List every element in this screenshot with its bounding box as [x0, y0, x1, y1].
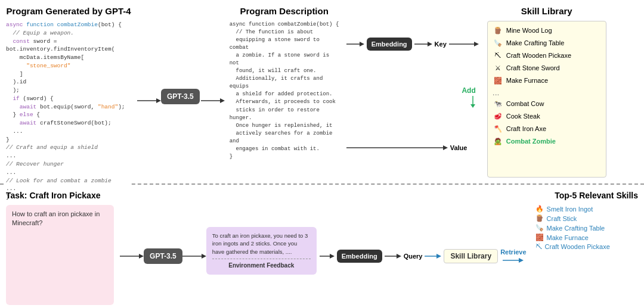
- top5-section: Top-5 Relevant Skills 🔥 Smelt Iron Ingot…: [530, 191, 644, 305]
- skill-item-crafting-table: 🪚 Make Crafting Table: [493, 38, 601, 48]
- program-description-title: Program Description: [230, 6, 339, 16]
- skill-library-section: Skill Library 🪵 Mine Wood Log 🪚 Make Cra…: [481, 6, 612, 178]
- env-text: To craft an iron pickaxe, you need to 3 …: [212, 232, 308, 255]
- task-section: Task: Craft Iron Pickaxe How to craft an…: [0, 191, 120, 305]
- skill-item-craft-iron-axe: 🪓 Craft Iron Axe: [493, 123, 601, 134]
- top5-craft-stick: 🪵 Craft Stick: [535, 214, 638, 222]
- wooden-pickaxe-icon-b: ⛏: [535, 243, 542, 250]
- bottom-flow: Embedding Query Skill Library Retrieve: [317, 207, 530, 305]
- gpt-box-bottom: GPT-3.5: [144, 248, 182, 264]
- skill-dots-1: ...: [493, 88, 601, 97]
- env-feedback-section: To craft an iron pickaxe, you need to 3 …: [206, 197, 317, 305]
- embedding-flow: Embedding Key Add Value: [344, 6, 481, 178]
- combat-zombie-icon: 🧟: [493, 136, 503, 147]
- skill-item-combat-cow: 🐄 Combat Cow: [493, 98, 601, 109]
- skill-library-title: Skill Library: [487, 6, 606, 16]
- svg-marker-23: [436, 254, 441, 259]
- task-box: How to craft an iron pickaxe in Minecraf…: [6, 205, 114, 305]
- key-label: Key: [435, 41, 447, 48]
- svg-marker-25: [519, 258, 524, 263]
- top5-furnace: 🧱 Make Furnace: [535, 234, 638, 241]
- furnace-icon: 🧱: [493, 75, 503, 86]
- embedding-box-bottom: Embedding: [337, 250, 382, 263]
- svg-marker-7: [428, 42, 432, 46]
- svg-marker-1: [156, 98, 161, 103]
- description-text: async function combatZombie(bot) { // Th…: [230, 21, 339, 178]
- skill-item-cook-steak: 🥩 Cook Steak: [493, 111, 601, 122]
- gpt-flow-column: GPT-3.5: [161, 6, 200, 178]
- stone-sword-icon: ⚔: [493, 63, 503, 73]
- skill-item-wooden-pickaxe: ⛏ Craft Wooden Pickaxe: [493, 50, 601, 61]
- crafting-table-icon-b: 🪚: [535, 224, 544, 232]
- craft-stick-icon: 🪵: [535, 214, 544, 222]
- gpt-box-top: GPT-3.5: [161, 89, 200, 104]
- query-label: Query: [404, 253, 423, 260]
- add-label: Add: [462, 86, 475, 95]
- skill-library-inner: 🪵 Mine Wood Log 🪚 Make Crafting Table ⛏ …: [487, 21, 606, 178]
- arrow-gpt-desc: [200, 6, 225, 178]
- top5-crafting-table: 🪚 Make Crafting Table: [535, 224, 638, 232]
- top5-wooden-pickaxe: ⛏ Craft Wooden Pickaxe: [535, 243, 638, 250]
- wooden-pickaxe-icon: ⛏: [493, 50, 503, 61]
- skill-item-mine-wood-log: 🪵 Mine Wood Log: [493, 25, 601, 36]
- gpt-box-bottom-wrapper: GPT-3.5: [144, 207, 182, 305]
- code-block: async function combatZombie(bot) { // Eq…: [6, 21, 131, 201]
- arrow-task-gpt: [120, 207, 144, 305]
- program-description-section: Program Description async function comba…: [225, 6, 344, 178]
- retrieve-label: Retrieve: [500, 248, 526, 256]
- skill-item-combat-zombie: 🧟 Combat Zombie: [493, 136, 601, 147]
- svg-marker-5: [360, 42, 364, 46]
- program-generated-title: Program Generated by GPT-4: [6, 6, 131, 16]
- combat-cow-icon: 🐄: [493, 98, 503, 109]
- svg-marker-3: [220, 98, 225, 103]
- mine-wood-log-icon: 🪵: [493, 25, 503, 36]
- embedding-box-top: Embedding: [367, 38, 412, 51]
- skill-item-furnace: 🧱 Make Furnace: [493, 75, 601, 86]
- skill-item-stone-sword: ⚔ Craft Stone Sword: [493, 63, 601, 73]
- value-label: Value: [450, 144, 467, 151]
- task-title: Task: Craft Iron Pickaxe: [6, 191, 114, 200]
- svg-marker-9: [474, 42, 479, 46]
- skill-library-label-bottom: Skill Library: [444, 249, 498, 263]
- program-generated-section: Program Generated by GPT-4 async functio…: [0, 6, 137, 178]
- env-feedback-label: Environment Feedback: [212, 259, 311, 270]
- svg-marker-15: [139, 254, 144, 259]
- svg-marker-11: [470, 104, 475, 108]
- top5-title: Top-5 Relevant Skills: [535, 191, 638, 200]
- arrow-gpt-env: [182, 207, 206, 305]
- furnace-icon-b: 🧱: [535, 234, 544, 241]
- smelt-iron-icon: 🔥: [535, 205, 544, 213]
- env-feedback-box: To craft an iron pickaxe, you need to 3 …: [206, 227, 317, 275]
- svg-marker-21: [397, 254, 401, 259]
- craft-iron-axe-icon: 🪓: [493, 123, 503, 134]
- crafting-table-icon: 🪚: [493, 38, 503, 48]
- top5-list: 🔥 Smelt Iron Ingot 🪵 Craft Stick 🪚 Make …: [535, 205, 638, 250]
- top5-smelt-iron: 🔥 Smelt Iron Ingot: [535, 205, 638, 213]
- cook-steak-icon: 🥩: [493, 111, 503, 122]
- arrow-code-gpt: [137, 6, 161, 178]
- svg-marker-17: [202, 254, 206, 259]
- svg-marker-19: [330, 254, 335, 259]
- svg-marker-13: [443, 145, 448, 150]
- task-text: How to craft an iron pickaxe in Minecraf…: [12, 210, 100, 226]
